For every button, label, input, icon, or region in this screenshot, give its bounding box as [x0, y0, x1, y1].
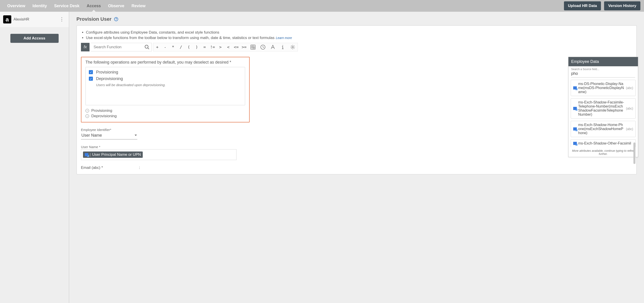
time-category-icon[interactable]: [258, 43, 268, 52]
op-lte[interactable]: <=: [232, 45, 240, 49]
svg-point-0: [145, 45, 148, 48]
svg-line-26: [291, 48, 292, 48]
label-provisioning[interactable]: Provisioning: [96, 70, 118, 74]
employee-data-result[interactable]: ms-DS-Phonetic-Display-Name(msDS-Phoneti…: [571, 80, 636, 96]
source-field-icon: [573, 107, 577, 110]
remove-icon[interactable]: −: [86, 109, 89, 112]
svg-line-24: [291, 46, 292, 46]
employee-data-search-placeholder: Search a Source field...: [571, 68, 635, 71]
op-close-paren[interactable]: ): [193, 45, 201, 49]
summary-deprovisioning: Deprovisioning: [91, 114, 116, 118]
op-gte[interactable]: >=: [240, 45, 248, 49]
employee-data-footer: More attributes available, continue typi…: [568, 148, 638, 157]
op-lt[interactable]: <: [224, 45, 232, 49]
topbar-tabs: Overview Identity Service Desk Access Ob…: [4, 0, 561, 12]
user-name-input[interactable]: |User Principal Name or UPN: [81, 149, 236, 160]
source-field-icon: [85, 153, 88, 156]
source-field-icon: [573, 86, 577, 90]
type-hint: (abc): [626, 86, 633, 90]
op-plus[interactable]: +: [153, 45, 161, 49]
search-function-input[interactable]: [91, 45, 142, 49]
svg-point-15: [282, 45, 283, 46]
tab-access[interactable]: Access: [83, 0, 104, 12]
version-history-button[interactable]: Version History: [604, 1, 640, 10]
tab-observe[interactable]: Observe: [104, 0, 128, 12]
fx-icon[interactable]: fx: [81, 43, 90, 52]
svg-line-27: [294, 46, 294, 46]
add-access-button[interactable]: Add Access: [10, 34, 59, 43]
operations-list: ✓ Provisioning ✓ Deprovisioning Users wi…: [86, 67, 245, 105]
op-equals[interactable]: =: [201, 45, 208, 49]
intro-bullet-2: Use excel-style functions from the toolb…: [86, 35, 632, 40]
info-category-icon[interactable]: [278, 43, 288, 52]
op-multiply[interactable]: *: [169, 45, 177, 49]
employee-data-search-input[interactable]: [571, 71, 635, 77]
checkbox-provisioning[interactable]: ✓: [89, 70, 93, 74]
user-name-token[interactable]: |User Principal Name or UPN: [83, 152, 143, 158]
employee-data-search[interactable]: Search a Source field...: [571, 68, 635, 78]
text-category-icon[interactable]: [268, 43, 278, 52]
type-hint: (abc): [626, 107, 633, 110]
help-icon[interactable]: ?: [114, 17, 118, 21]
op-open-paren[interactable]: (: [185, 45, 193, 49]
employee-data-result[interactable]: ms-Exch-Shadow-Facsimile-Telephone-Numbe…: [571, 98, 636, 118]
email-label: Email (abc) *: [81, 166, 103, 170]
svg-point-19: [292, 46, 294, 48]
app-name: AlexisHR: [14, 17, 58, 22]
search-function-field[interactable]: [91, 43, 152, 52]
op-divide[interactable]: /: [177, 45, 185, 49]
svg-line-1: [148, 48, 149, 49]
label-deprovisioning[interactable]: Deprovisioning: [96, 76, 123, 81]
main-content: Provision User ? Configure attributes us…: [69, 12, 644, 303]
employee-identifier-label: Employee Identifier*: [81, 128, 236, 132]
operations-note: The following operations are performed b…: [86, 60, 245, 65]
config-panel: Configure attributes using Employee Data…: [76, 25, 637, 174]
chevron-down-icon: [134, 134, 137, 136]
misc-category-icon[interactable]: [288, 43, 298, 52]
operations-highlight-box: The following operations are performed b…: [81, 57, 250, 122]
operators-row: + - * / ( ) = != > < <= >=: [153, 43, 298, 52]
svg-line-13: [263, 47, 264, 48]
checkbox-deprovisioning[interactable]: ✓: [89, 77, 93, 81]
employee-identifier-dropdown[interactable]: User Name: [81, 132, 137, 140]
op-gt[interactable]: >: [216, 45, 224, 49]
tab-review[interactable]: Review: [128, 0, 149, 12]
hint-deprovisioning: Users will be deactivated upon deprovisi…: [96, 83, 242, 87]
svg-line-25: [294, 48, 294, 48]
summary-provisioning: Provisioning: [91, 108, 112, 113]
page-title: Provision User: [76, 16, 112, 22]
search-icon[interactable]: [142, 44, 152, 50]
scrollbar-thumb[interactable]: [634, 142, 636, 164]
formula-toolbar: fx + - * / ( ) = != > <: [81, 43, 632, 52]
app-row[interactable]: a AlexisHR ⋮: [0, 12, 69, 27]
source-field-icon: [573, 128, 577, 130]
type-hint: (abc): [626, 127, 633, 131]
source-field-icon: [573, 142, 577, 145]
app-menu-icon[interactable]: ⋮: [58, 16, 66, 22]
top-navbar: Overview Identity Service Desk Access Ob…: [0, 0, 644, 12]
user-name-label: User Name *: [81, 145, 236, 149]
op-not-equals[interactable]: !=: [208, 45, 216, 49]
intro-bullet-1: Configure attributes using Employee Data…: [86, 30, 632, 35]
employee-identifier-field: Employee Identifier* User Name: [81, 128, 236, 140]
email-colon: :: [139, 166, 140, 170]
remove-icon[interactable]: −: [86, 114, 89, 118]
employee-data-result[interactable]: ms-Exch-Shadow-Other-Facsimil: [571, 139, 636, 147]
config-intro: Configure attributes using Employee Data…: [82, 30, 632, 40]
employee-data-panel: Employee Data Search a Source field... m…: [568, 57, 638, 157]
employee-data-header: Employee Data: [568, 57, 638, 66]
employee-identifier-value: User Name: [82, 133, 102, 138]
tab-overview[interactable]: Overview: [4, 0, 29, 12]
upload-hr-data-button[interactable]: Upload HR Data: [564, 1, 601, 10]
sidebar: a AlexisHR ⋮ Add Access: [0, 12, 69, 303]
app-logo-icon: a: [3, 15, 11, 24]
math-category-icon[interactable]: [248, 43, 258, 52]
employee-data-results[interactable]: ms-DS-Phonetic-Display-Name(msDS-Phoneti…: [568, 78, 638, 148]
user-name-field: User Name * |User Principal Name or UPN: [81, 145, 236, 160]
tab-identity[interactable]: Identity: [29, 0, 50, 12]
tab-service-desk[interactable]: Service Desk: [50, 0, 83, 12]
op-minus[interactable]: -: [161, 45, 169, 49]
learn-more-link[interactable]: Learn more: [276, 36, 292, 40]
employee-data-result[interactable]: ms-Exch-Shadow-Home-Phone(msExchShadowHo…: [571, 121, 636, 137]
